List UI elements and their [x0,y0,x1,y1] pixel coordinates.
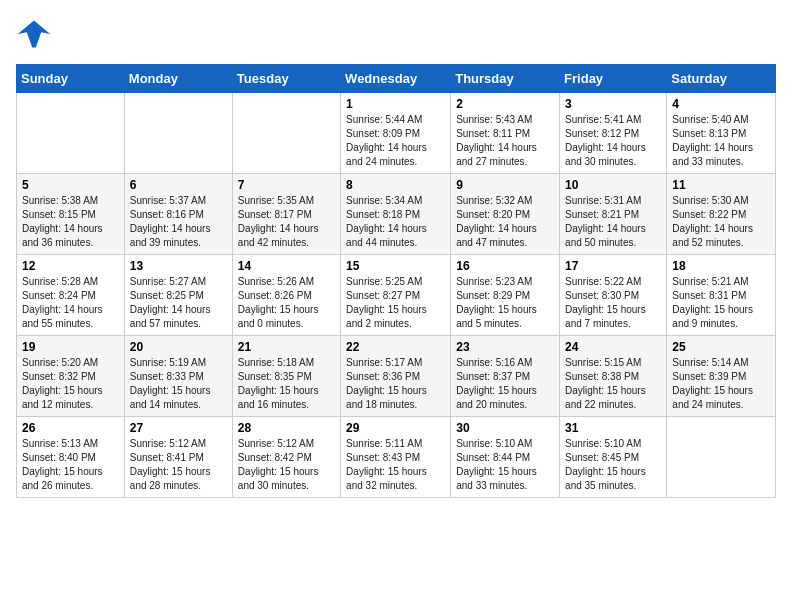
day-info: Sunrise: 5:41 AM Sunset: 8:12 PM Dayligh… [565,113,661,169]
day-cell: 16Sunrise: 5:23 AM Sunset: 8:29 PM Dayli… [451,255,560,336]
header-friday: Friday [560,65,667,93]
day-info: Sunrise: 5:14 AM Sunset: 8:39 PM Dayligh… [672,356,770,412]
day-info: Sunrise: 5:37 AM Sunset: 8:16 PM Dayligh… [130,194,227,250]
day-number: 26 [22,421,119,435]
day-info: Sunrise: 5:35 AM Sunset: 8:17 PM Dayligh… [238,194,335,250]
day-number: 18 [672,259,770,273]
day-cell: 26Sunrise: 5:13 AM Sunset: 8:40 PM Dayli… [17,417,125,498]
day-number: 19 [22,340,119,354]
calendar-header-row: SundayMondayTuesdayWednesdayThursdayFrid… [17,65,776,93]
day-info: Sunrise: 5:26 AM Sunset: 8:26 PM Dayligh… [238,275,335,331]
day-cell: 6Sunrise: 5:37 AM Sunset: 8:16 PM Daylig… [124,174,232,255]
day-number: 8 [346,178,445,192]
day-info: Sunrise: 5:21 AM Sunset: 8:31 PM Dayligh… [672,275,770,331]
day-number: 12 [22,259,119,273]
day-number: 11 [672,178,770,192]
day-cell: 17Sunrise: 5:22 AM Sunset: 8:30 PM Dayli… [560,255,667,336]
day-number: 1 [346,97,445,111]
day-number: 28 [238,421,335,435]
week-row-5: 26Sunrise: 5:13 AM Sunset: 8:40 PM Dayli… [17,417,776,498]
day-number: 17 [565,259,661,273]
day-info: Sunrise: 5:38 AM Sunset: 8:15 PM Dayligh… [22,194,119,250]
day-number: 2 [456,97,554,111]
day-number: 27 [130,421,227,435]
day-number: 23 [456,340,554,354]
day-info: Sunrise: 5:44 AM Sunset: 8:09 PM Dayligh… [346,113,445,169]
day-cell [17,93,125,174]
day-info: Sunrise: 5:23 AM Sunset: 8:29 PM Dayligh… [456,275,554,331]
day-number: 29 [346,421,445,435]
day-cell: 10Sunrise: 5:31 AM Sunset: 8:21 PM Dayli… [560,174,667,255]
day-cell: 1Sunrise: 5:44 AM Sunset: 8:09 PM Daylig… [341,93,451,174]
day-number: 21 [238,340,335,354]
day-number: 14 [238,259,335,273]
day-cell: 31Sunrise: 5:10 AM Sunset: 8:45 PM Dayli… [560,417,667,498]
day-cell: 24Sunrise: 5:15 AM Sunset: 8:38 PM Dayli… [560,336,667,417]
logo [16,16,56,52]
day-cell: 20Sunrise: 5:19 AM Sunset: 8:33 PM Dayli… [124,336,232,417]
day-number: 9 [456,178,554,192]
day-info: Sunrise: 5:18 AM Sunset: 8:35 PM Dayligh… [238,356,335,412]
week-row-4: 19Sunrise: 5:20 AM Sunset: 8:32 PM Dayli… [17,336,776,417]
day-number: 5 [22,178,119,192]
day-info: Sunrise: 5:28 AM Sunset: 8:24 PM Dayligh… [22,275,119,331]
day-number: 7 [238,178,335,192]
day-number: 6 [130,178,227,192]
day-cell: 11Sunrise: 5:30 AM Sunset: 8:22 PM Dayli… [667,174,776,255]
day-info: Sunrise: 5:13 AM Sunset: 8:40 PM Dayligh… [22,437,119,493]
day-cell [232,93,340,174]
day-cell: 2Sunrise: 5:43 AM Sunset: 8:11 PM Daylig… [451,93,560,174]
day-number: 16 [456,259,554,273]
day-cell: 27Sunrise: 5:12 AM Sunset: 8:41 PM Dayli… [124,417,232,498]
day-cell: 19Sunrise: 5:20 AM Sunset: 8:32 PM Dayli… [17,336,125,417]
day-info: Sunrise: 5:12 AM Sunset: 8:41 PM Dayligh… [130,437,227,493]
day-info: Sunrise: 5:32 AM Sunset: 8:20 PM Dayligh… [456,194,554,250]
day-cell [667,417,776,498]
day-number: 3 [565,97,661,111]
day-cell: 22Sunrise: 5:17 AM Sunset: 8:36 PM Dayli… [341,336,451,417]
day-number: 13 [130,259,227,273]
day-cell: 5Sunrise: 5:38 AM Sunset: 8:15 PM Daylig… [17,174,125,255]
header-sunday: Sunday [17,65,125,93]
day-cell: 29Sunrise: 5:11 AM Sunset: 8:43 PM Dayli… [341,417,451,498]
day-cell: 25Sunrise: 5:14 AM Sunset: 8:39 PM Dayli… [667,336,776,417]
day-info: Sunrise: 5:40 AM Sunset: 8:13 PM Dayligh… [672,113,770,169]
day-info: Sunrise: 5:10 AM Sunset: 8:45 PM Dayligh… [565,437,661,493]
day-number: 24 [565,340,661,354]
header-saturday: Saturday [667,65,776,93]
day-cell: 23Sunrise: 5:16 AM Sunset: 8:37 PM Dayli… [451,336,560,417]
day-info: Sunrise: 5:11 AM Sunset: 8:43 PM Dayligh… [346,437,445,493]
day-cell: 28Sunrise: 5:12 AM Sunset: 8:42 PM Dayli… [232,417,340,498]
day-cell: 7Sunrise: 5:35 AM Sunset: 8:17 PM Daylig… [232,174,340,255]
page-header [16,16,776,52]
day-info: Sunrise: 5:19 AM Sunset: 8:33 PM Dayligh… [130,356,227,412]
day-cell: 13Sunrise: 5:27 AM Sunset: 8:25 PM Dayli… [124,255,232,336]
day-number: 10 [565,178,661,192]
day-number: 22 [346,340,445,354]
day-cell: 15Sunrise: 5:25 AM Sunset: 8:27 PM Dayli… [341,255,451,336]
day-number: 25 [672,340,770,354]
header-thursday: Thursday [451,65,560,93]
day-cell: 30Sunrise: 5:10 AM Sunset: 8:44 PM Dayli… [451,417,560,498]
week-row-3: 12Sunrise: 5:28 AM Sunset: 8:24 PM Dayli… [17,255,776,336]
day-info: Sunrise: 5:27 AM Sunset: 8:25 PM Dayligh… [130,275,227,331]
day-info: Sunrise: 5:17 AM Sunset: 8:36 PM Dayligh… [346,356,445,412]
day-number: 4 [672,97,770,111]
day-info: Sunrise: 5:34 AM Sunset: 8:18 PM Dayligh… [346,194,445,250]
day-cell: 21Sunrise: 5:18 AM Sunset: 8:35 PM Dayli… [232,336,340,417]
day-number: 30 [456,421,554,435]
day-cell [124,93,232,174]
day-cell: 8Sunrise: 5:34 AM Sunset: 8:18 PM Daylig… [341,174,451,255]
day-cell: 18Sunrise: 5:21 AM Sunset: 8:31 PM Dayli… [667,255,776,336]
day-info: Sunrise: 5:22 AM Sunset: 8:30 PM Dayligh… [565,275,661,331]
day-info: Sunrise: 5:12 AM Sunset: 8:42 PM Dayligh… [238,437,335,493]
day-info: Sunrise: 5:31 AM Sunset: 8:21 PM Dayligh… [565,194,661,250]
day-number: 20 [130,340,227,354]
header-monday: Monday [124,65,232,93]
day-cell: 12Sunrise: 5:28 AM Sunset: 8:24 PM Dayli… [17,255,125,336]
day-info: Sunrise: 5:25 AM Sunset: 8:27 PM Dayligh… [346,275,445,331]
week-row-1: 1Sunrise: 5:44 AM Sunset: 8:09 PM Daylig… [17,93,776,174]
day-info: Sunrise: 5:30 AM Sunset: 8:22 PM Dayligh… [672,194,770,250]
day-number: 31 [565,421,661,435]
day-cell: 14Sunrise: 5:26 AM Sunset: 8:26 PM Dayli… [232,255,340,336]
